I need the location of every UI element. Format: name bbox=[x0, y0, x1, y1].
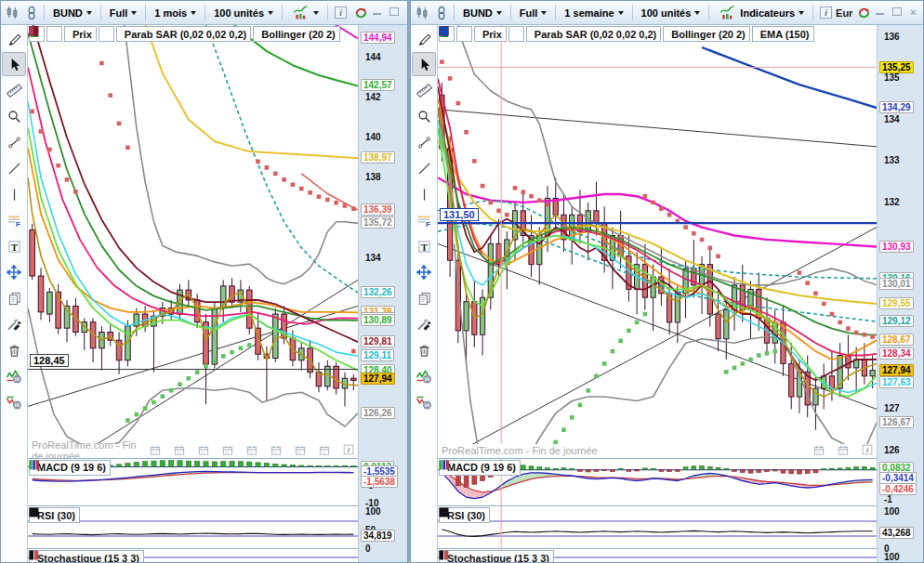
axis-info-icon[interactable]: i bbox=[862, 444, 873, 457]
horizontal-line-price-label[interactable]: 131,50 bbox=[440, 208, 479, 221]
text-tool[interactable]: T bbox=[412, 234, 436, 258]
event-calendar-icon[interactable] bbox=[174, 445, 185, 457]
zoom-range-select[interactable]: Full bbox=[514, 5, 553, 21]
svg-text:F: F bbox=[426, 220, 430, 228]
bring-to-front-button[interactable] bbox=[46, 26, 62, 42]
legend-price[interactable]: Prix bbox=[64, 26, 97, 42]
legend-bollinger[interactable]: Bollinger (20 2) bbox=[663, 26, 749, 42]
units-select[interactable]: 100 unités bbox=[208, 5, 279, 21]
delete-tool[interactable] bbox=[412, 338, 436, 362]
duplicate-chart-tool[interactable] bbox=[412, 286, 436, 310]
zoom-range-select[interactable]: Full bbox=[104, 5, 143, 21]
bring-to-front-button[interactable] bbox=[456, 26, 472, 42]
ia-bearish-indicator-tool[interactable]: IA bbox=[2, 390, 26, 414]
settings-tool[interactable] bbox=[2, 312, 26, 336]
indicators-select[interactable]: Indicateurs bbox=[712, 1, 810, 25]
event-icons-row: i bbox=[150, 444, 358, 457]
legend-bollinger[interactable]: Bollinger (20 2) bbox=[253, 26, 339, 42]
cursor-tool[interactable] bbox=[2, 52, 26, 76]
legend-rsi[interactable]: RSI (30) bbox=[439, 507, 490, 523]
close-icon[interactable]: × bbox=[907, 7, 919, 19]
event-calendar-icon[interactable] bbox=[838, 445, 849, 457]
instrument-select[interactable]: BUND bbox=[47, 5, 98, 21]
pan-tool[interactable] bbox=[412, 260, 436, 284]
draw-pencil-tool[interactable] bbox=[412, 26, 436, 50]
stochastic-panel[interactable]: Stochastique (15 3 3) bbox=[438, 548, 877, 562]
timeframe-select[interactable]: 1 mois bbox=[149, 5, 202, 21]
chevron-down-icon bbox=[799, 11, 804, 15]
maximize-icon[interactable] bbox=[891, 7, 903, 19]
price-axis[interactable]: 144142140138134144,94142,57138,97136,391… bbox=[358, 25, 407, 562]
minimize-icon[interactable] bbox=[371, 7, 383, 19]
indicator-list-button[interactable] bbox=[508, 26, 524, 42]
ruler-tool[interactable] bbox=[2, 78, 26, 102]
delete-tool[interactable] bbox=[2, 338, 26, 362]
link-windows-icon[interactable] bbox=[432, 4, 451, 22]
legend-stochastic[interactable]: Stochastique (15 3 3) bbox=[439, 550, 554, 562]
event-calendar-icon[interactable] bbox=[295, 445, 306, 457]
cursor-tool[interactable] bbox=[412, 52, 436, 76]
ia-bullish-indicator-tool[interactable]: IA bbox=[412, 364, 436, 388]
chart-style-select[interactable] bbox=[285, 1, 324, 25]
ia-bullish-indicator-tool[interactable]: IA bbox=[2, 364, 26, 388]
fibonacci-tool[interactable]: F bbox=[2, 208, 26, 232]
price-chart[interactable]: Prix Parab SAR (0,02 0,02 0,2) Bollinger… bbox=[28, 25, 358, 444]
segment-tool[interactable] bbox=[2, 130, 26, 154]
maximize-icon[interactable] bbox=[388, 7, 400, 19]
horizontal-line-price-label[interactable]: 128,45 bbox=[30, 354, 69, 367]
macd-panel[interactable]: MACD (9 19 6) bbox=[438, 458, 877, 506]
info-icon[interactable]: i bbox=[331, 4, 350, 22]
text-tool[interactable]: T bbox=[2, 234, 26, 258]
price-axis[interactable]: 136135134133132127126135,25134,29130,931… bbox=[877, 25, 923, 562]
units-select[interactable]: 100 unités bbox=[636, 5, 706, 21]
axis-info-icon[interactable]: i bbox=[343, 444, 354, 457]
legend-macd[interactable]: MACD (9 19 6) bbox=[439, 460, 521, 476]
refresh-icon[interactable] bbox=[854, 4, 873, 22]
event-calendar-icon[interactable] bbox=[271, 445, 282, 457]
indicator-legend: Prix Parab SAR (0,02 0,02 0,2) Bollinger… bbox=[29, 26, 340, 42]
event-calendar-icon[interactable] bbox=[222, 445, 233, 457]
price-chart[interactable]: Prix Parab SAR (0,02 0,02 0,2) Bollinger… bbox=[438, 25, 877, 444]
pan-tool[interactable] bbox=[2, 260, 26, 284]
legend-ema[interactable]: EMA (150) bbox=[752, 26, 814, 42]
settings-tool[interactable] bbox=[412, 312, 436, 336]
event-calendar-icon[interactable] bbox=[319, 445, 330, 457]
trend-line-tool[interactable] bbox=[2, 156, 26, 180]
rsi-panel[interactable]: RSI (30) bbox=[438, 505, 877, 548]
price-tick: 126 bbox=[884, 445, 900, 455]
indicator-list-button[interactable] bbox=[99, 26, 114, 42]
trend-line-tool[interactable] bbox=[412, 156, 436, 180]
rsi-panel[interactable]: RSI (30) bbox=[28, 505, 358, 548]
link-windows-icon[interactable] bbox=[22, 4, 41, 22]
event-calendar-icon[interactable] bbox=[246, 445, 257, 457]
instrument-select[interactable]: BUND bbox=[457, 5, 508, 21]
ia-bearish-indicator-tool[interactable]: IA bbox=[412, 390, 436, 414]
legend-rsi[interactable]: RSI (30) bbox=[29, 507, 80, 523]
event-calendar-icon[interactable] bbox=[198, 445, 209, 457]
legend-stochastic[interactable]: Stochastique (15 3 3) bbox=[29, 550, 144, 562]
price-tick: 136 bbox=[884, 32, 900, 42]
minimize-icon[interactable] bbox=[874, 7, 886, 19]
legend-macd[interactable]: MACD (9 19 6) bbox=[29, 460, 111, 476]
ruler-tool[interactable] bbox=[412, 78, 436, 102]
duplicate-chart-tool[interactable] bbox=[2, 286, 26, 310]
event-calendar-icon[interactable] bbox=[150, 445, 161, 457]
legend-parabolic-sar[interactable]: Parab SAR (0,02 0,02 0,2) bbox=[526, 26, 661, 42]
vertical-line-tool[interactable] bbox=[2, 182, 26, 206]
indicator-value-label: 135,25 bbox=[879, 61, 914, 73]
legend-parabolic-sar[interactable]: Parab SAR (0,02 0,02 0,2) bbox=[116, 26, 251, 42]
refresh-icon[interactable] bbox=[351, 4, 370, 22]
zoom-tool[interactable] bbox=[412, 104, 436, 128]
zoom-tool[interactable] bbox=[2, 104, 26, 128]
last-price-label: 127,94 bbox=[879, 364, 914, 376]
event-calendar-icon[interactable] bbox=[813, 445, 825, 457]
vertical-line-tool[interactable] bbox=[412, 182, 436, 206]
timeframe-select[interactable]: 1 semaine bbox=[559, 5, 628, 21]
fibonacci-tool[interactable]: F bbox=[412, 208, 436, 232]
info-icon[interactable]: i bbox=[816, 4, 835, 22]
segment-tool[interactable] bbox=[412, 130, 436, 154]
legend-price[interactable]: Prix bbox=[474, 26, 507, 42]
macd-panel[interactable]: MACD (9 19 6) bbox=[28, 458, 358, 506]
draw-pencil-tool[interactable] bbox=[2, 26, 26, 50]
stochastic-panel[interactable]: Stochastique (15 3 3) bbox=[28, 548, 358, 562]
